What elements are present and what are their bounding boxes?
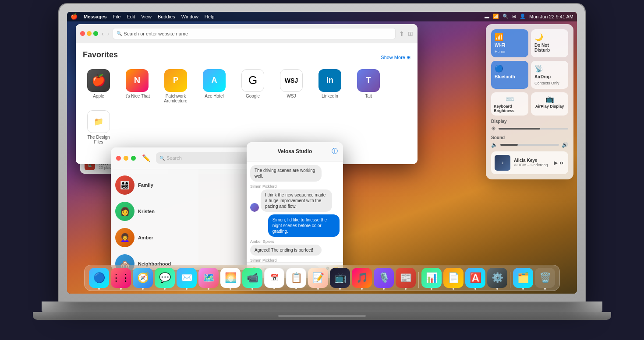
dock-facetime[interactable]: 📹 xyxy=(242,268,262,288)
search-icon[interactable]: 🔍 xyxy=(502,14,509,19)
cc-dnd-card[interactable]: 🌙 Do Not Disturb xyxy=(531,29,568,57)
macbook-bottom xyxy=(33,312,611,320)
dock-podcasts[interactable]: 🎙️ xyxy=(374,268,394,288)
dock-messages[interactable]: 💬 xyxy=(155,268,175,288)
files-dock-icon: 🗂️ xyxy=(517,273,529,283)
control-center-icon[interactable]: ⊞ xyxy=(512,14,516,19)
safari-minimize-btn[interactable] xyxy=(87,31,92,36)
wifi-icon[interactable]: 📶 xyxy=(493,14,499,19)
fav-design[interactable]: 📁 The Design Files xyxy=(83,110,114,144)
messages-minimize-btn[interactable] xyxy=(124,156,128,161)
dock-reminders[interactable]: 📋 xyxy=(286,268,306,288)
dock-music[interactable]: 🎵 xyxy=(352,268,372,288)
messages-close-btn[interactable] xyxy=(116,156,121,161)
cc-track-name: Alicia Keys xyxy=(514,158,550,163)
messages-maximize-btn[interactable] xyxy=(131,156,136,161)
amber-item-info: Amber xyxy=(138,235,153,240)
family-avatar: 👨‍👩‍👧‍👦 xyxy=(115,175,134,195)
dock-trash[interactable]: 🗑️ xyxy=(535,268,555,288)
dock-numbers[interactable]: 📊 xyxy=(421,268,442,288)
messages-compose-btn[interactable]: ✏️ xyxy=(142,154,151,162)
fav-wsj-icon: WSJ xyxy=(280,69,303,92)
cc-airplay-display[interactable]: 📺 AirPlay Display xyxy=(531,92,568,116)
fav-wsj[interactable]: WSJ WSJ xyxy=(276,69,307,103)
fav-google[interactable]: G Google xyxy=(237,69,269,103)
safari-sidebar-icon[interactable]: ⊞ xyxy=(408,30,413,37)
chat-msg-4-bubble: Agreed! The ending is perfect! xyxy=(250,245,322,256)
cc-brightness-slider[interactable] xyxy=(499,128,568,130)
app-name-menu[interactable]: Messages xyxy=(84,14,107,19)
menu-file[interactable]: File xyxy=(113,14,121,19)
cc-playback-controls: ▶ ⏭ xyxy=(554,160,565,166)
safari-address-bar[interactable]: 🔍 Search or enter website name xyxy=(113,28,396,39)
control-center[interactable]: 📶 Wi-Fi Home 🌙 Do Not Disturb 🔵 Bluetoo xyxy=(486,24,573,179)
fav-nice[interactable]: N It's Nice That xyxy=(121,69,153,103)
menu-edit[interactable]: Edit xyxy=(127,14,135,19)
fav-linkedin[interactable]: in LinkedIn xyxy=(314,69,346,103)
dock-maps[interactable]: 🗺️ xyxy=(198,268,219,288)
calendar-dock-icon: 📅 xyxy=(270,274,279,281)
safari-show-more-btn[interactable]: Show More ⊞ xyxy=(381,55,410,60)
dock-launchpad[interactable]: ⋮⋮ xyxy=(111,268,131,288)
cc-keyboard-brightness[interactable]: ⌨️ Keyboard Brightness xyxy=(491,92,528,116)
menu-buddies[interactable]: Buddies xyxy=(158,14,175,19)
fav-tait[interactable]: T Tait xyxy=(353,69,384,103)
dock-sysprefs[interactable]: ⚙️ xyxy=(487,268,507,288)
safari-maximize-btn[interactable] xyxy=(93,31,98,36)
safari-share-icon[interactable]: ⬆ xyxy=(399,30,404,37)
dock-news[interactable]: 📰 xyxy=(396,268,416,288)
cc-airdrop-card[interactable]: 📡 AirDrop Contacts Only xyxy=(531,61,568,89)
fav-nice-icon: N xyxy=(126,69,149,92)
list-item-family[interactable]: 👨‍👩‍👧‍👦 Family xyxy=(111,172,198,198)
chat-info-button[interactable]: ⓘ xyxy=(332,147,338,155)
cc-bluetooth-card[interactable]: 🔵 Bluetooth xyxy=(491,61,528,89)
fav-google-icon: G xyxy=(241,69,264,92)
dock-mail[interactable]: ✉️ xyxy=(177,268,197,288)
user-icon[interactable]: 👤 xyxy=(520,14,526,19)
cc-airdrop-label: AirDrop xyxy=(534,74,565,79)
dock-files[interactable]: 🗂️ xyxy=(513,268,533,288)
cc-display-slider-row: ☀ xyxy=(491,126,568,132)
cc-track-info: Alicia Keys ALICIA – Underdog xyxy=(514,158,550,167)
cc-volume-slider[interactable] xyxy=(500,144,559,146)
fav-ace-label: Ace Hotel xyxy=(205,94,223,98)
fav-linkedin-label: LinkedIn xyxy=(322,94,338,98)
menu-view[interactable]: View xyxy=(141,14,152,19)
cc-play-btn[interactable]: ▶ xyxy=(554,160,558,166)
dock-calendar[interactable]: 📅 xyxy=(264,268,284,288)
list-item-kristen[interactable]: 👩 Kristen xyxy=(111,198,198,224)
volume-max-icon: 🔊 xyxy=(562,142,568,148)
dock-pages[interactable]: 📄 xyxy=(443,268,464,288)
menu-help[interactable]: Help xyxy=(205,14,215,19)
messages-list: 👨‍👩‍👧‍👦 Family 👩 Kristen xyxy=(111,169,198,270)
dock-tv[interactable]: 📺 xyxy=(330,268,350,288)
fav-patch[interactable]: P Patchwork Architecture xyxy=(160,69,191,103)
chat-panel[interactable]: Velosa Studio ⓘ The driving scenes are w… xyxy=(247,142,343,278)
dock-photos[interactable]: 🌅 xyxy=(220,268,241,288)
chat-messages: The driving scenes are working well. Sim… xyxy=(247,161,343,262)
screen: 🍎 Messages File Edit View Buddies Window… xyxy=(67,12,577,294)
list-item-amber[interactable]: 👩‍🦱 Amber xyxy=(111,224,198,251)
dock-notes[interactable]: 📝 xyxy=(308,268,328,288)
fav-design-label: The Design Files xyxy=(83,135,114,144)
cc-track-artist: ALICIA – Underdog xyxy=(514,163,550,167)
safari-back-btn[interactable]: ‹ xyxy=(102,30,104,37)
safari-close-btn[interactable] xyxy=(80,31,85,36)
messages-dock-icon: 💬 xyxy=(159,273,171,283)
apple-menu-icon[interactable]: 🍎 xyxy=(71,13,78,20)
cc-now-playing[interactable]: ♪ Alicia Keys ALICIA – Underdog ▶ ⏭ xyxy=(491,151,568,174)
cc-airdrop-sub: Contacts Only xyxy=(534,81,565,85)
cc-wifi-card[interactable]: 📶 Wi-Fi Home xyxy=(491,29,528,57)
trackpad-indicator xyxy=(278,315,366,317)
menu-window[interactable]: Window xyxy=(181,14,198,19)
amber-avatar: 👩‍🦱 xyxy=(115,228,134,247)
music-dock-icon: 🎵 xyxy=(356,273,368,283)
cc-skip-btn[interactable]: ⏭ xyxy=(559,160,565,166)
dock-finder[interactable]: 🔵 xyxy=(89,268,109,288)
fav-ace[interactable]: A Ace Hotel xyxy=(198,69,230,103)
dock-safari[interactable]: 🧭 xyxy=(133,268,153,288)
dock-appstore[interactable]: 🅰️ xyxy=(465,268,485,288)
podcasts-dock-icon: 🎙️ xyxy=(378,273,390,283)
kristen-item-info: Kristen xyxy=(138,209,155,214)
fav-apple[interactable]: 🍎 Apple xyxy=(83,69,114,103)
